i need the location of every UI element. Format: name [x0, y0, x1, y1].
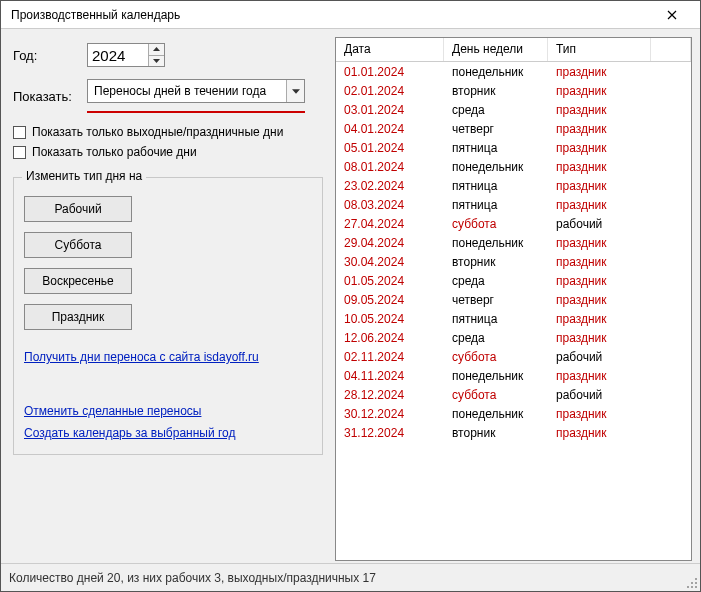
show-combobox[interactable]: Переносы дней в течении года	[87, 79, 305, 103]
th-day[interactable]: День недели	[444, 38, 548, 61]
table-row[interactable]: 04.11.2024понедельникпраздник	[336, 366, 691, 385]
table-row[interactable]: 01.01.2024понедельникпраздник	[336, 62, 691, 81]
change-day-type-group: Изменить тип дня на Рабочий Суббота Воск…	[13, 177, 323, 455]
table-panel: Дата День недели Тип 01.01.2024понедельн…	[335, 37, 692, 561]
table-row[interactable]: 23.02.2024пятницапраздник	[336, 176, 691, 195]
show-row: Показать: Переносы дней в течении года	[13, 79, 323, 113]
cell-type: рабочий	[548, 350, 691, 364]
show-combo-wrap: Переносы дней в течении года	[87, 79, 305, 113]
cell-day: суббота	[444, 217, 548, 231]
table-row[interactable]: 05.01.2024пятницапраздник	[336, 138, 691, 157]
group-legend: Изменить тип дня на	[22, 169, 146, 183]
resize-grip[interactable]	[684, 575, 698, 589]
cell-type: праздник	[548, 65, 691, 79]
cell-day: вторник	[444, 84, 548, 98]
cell-date: 09.05.2024	[336, 293, 444, 307]
th-date[interactable]: Дата	[336, 38, 444, 61]
cell-day: понедельник	[444, 407, 548, 421]
status-bar: Количество дней 20, из них рабочих 3, вы…	[1, 563, 700, 591]
cell-date: 29.04.2024	[336, 236, 444, 250]
cell-type: праздник	[548, 293, 691, 307]
cell-day: среда	[444, 274, 548, 288]
table-body[interactable]: 01.01.2024понедельникпраздник02.01.2024в…	[336, 62, 691, 560]
cell-date: 02.01.2024	[336, 84, 444, 98]
cell-type: праздник	[548, 198, 691, 212]
table-row[interactable]: 12.06.2024средапраздник	[336, 328, 691, 347]
cell-date: 08.01.2024	[336, 160, 444, 174]
cell-date: 12.06.2024	[336, 331, 444, 345]
table-row[interactable]: 02.01.2024вторникпраздник	[336, 81, 691, 100]
cell-date: 05.01.2024	[336, 141, 444, 155]
year-input[interactable]	[88, 44, 148, 66]
svg-point-5	[695, 586, 697, 588]
table-row[interactable]: 04.01.2024четвергпраздник	[336, 119, 691, 138]
table-row[interactable]: 03.01.2024средапраздник	[336, 100, 691, 119]
btn-sunday[interactable]: Воскресенье	[24, 268, 132, 294]
link-cancel-moves[interactable]: Отменить сделанные переносы	[24, 404, 201, 418]
cell-date: 31.12.2024	[336, 426, 444, 440]
year-spin-down[interactable]	[149, 56, 164, 67]
cell-type: праздник	[548, 84, 691, 98]
cell-day: понедельник	[444, 236, 548, 250]
cell-type: праздник	[548, 236, 691, 250]
table-row[interactable]: 30.12.2024понедельникпраздник	[336, 404, 691, 423]
cell-type: праздник	[548, 179, 691, 193]
cell-day: среда	[444, 331, 548, 345]
chevron-down-icon	[292, 89, 300, 94]
svg-point-4	[691, 586, 693, 588]
cell-type: рабочий	[548, 217, 691, 231]
cell-type: праздник	[548, 407, 691, 421]
combo-underline	[87, 111, 305, 113]
title-bar: Производственный календарь	[1, 1, 700, 29]
cell-type: праздник	[548, 103, 691, 117]
cell-day: суббота	[444, 388, 548, 402]
table-row[interactable]: 31.12.2024вторникпраздник	[336, 423, 691, 442]
table-row-empty	[336, 480, 691, 499]
link-isdayoff[interactable]: Получить дни переноса с сайта isdayoff.r…	[24, 350, 259, 364]
btn-holiday[interactable]: Праздник	[24, 304, 132, 330]
btn-workday[interactable]: Рабочий	[24, 196, 132, 222]
cell-day: вторник	[444, 255, 548, 269]
table-row-empty	[336, 518, 691, 537]
cell-date: 01.01.2024	[336, 65, 444, 79]
th-type[interactable]: Тип	[548, 38, 651, 61]
table-row[interactable]: 08.03.2024пятницапраздник	[336, 195, 691, 214]
table-row[interactable]: 27.04.2024субботарабочий	[336, 214, 691, 233]
cell-type: праздник	[548, 122, 691, 136]
checkbox-workdays-label: Показать только рабочие дни	[32, 145, 197, 159]
table-row[interactable]: 29.04.2024понедельникпраздник	[336, 233, 691, 252]
cell-day: четверг	[444, 122, 548, 136]
btn-saturday[interactable]: Суббота	[24, 232, 132, 258]
cell-date: 04.11.2024	[336, 369, 444, 383]
link-create-calendar[interactable]: Создать календарь за выбранный год	[24, 426, 236, 440]
year-spinner[interactable]	[87, 43, 165, 67]
content-area: Год: Показать: Переносы дней в течении г…	[1, 29, 700, 563]
svg-point-2	[695, 582, 697, 584]
table-row[interactable]: 10.05.2024пятницапраздник	[336, 309, 691, 328]
cell-type: праздник	[548, 141, 691, 155]
svg-point-0	[695, 578, 697, 580]
year-spin-up[interactable]	[149, 44, 164, 56]
cell-day: суббота	[444, 350, 548, 364]
cell-date: 10.05.2024	[336, 312, 444, 326]
close-button[interactable]	[652, 1, 692, 29]
table-row[interactable]: 02.11.2024субботарабочий	[336, 347, 691, 366]
show-combo-dropdown[interactable]	[286, 80, 304, 102]
cell-type: праздник	[548, 426, 691, 440]
checkbox-workdays-row: Показать только рабочие дни	[13, 145, 323, 159]
table-row-empty	[336, 499, 691, 518]
table-row[interactable]: 01.05.2024средапраздник	[336, 271, 691, 290]
chevron-up-icon	[153, 47, 160, 51]
table-row-empty	[336, 461, 691, 480]
checkbox-weekends[interactable]	[13, 126, 26, 139]
checkbox-workdays[interactable]	[13, 146, 26, 159]
cell-date: 30.12.2024	[336, 407, 444, 421]
cell-day: пятница	[444, 198, 548, 212]
cell-type: рабочий	[548, 388, 691, 402]
table-row[interactable]: 28.12.2024субботарабочий	[336, 385, 691, 404]
table-row[interactable]: 30.04.2024вторникпраздник	[336, 252, 691, 271]
cell-type: праздник	[548, 312, 691, 326]
table-row[interactable]: 08.01.2024понедельникпраздник	[336, 157, 691, 176]
cell-day: пятница	[444, 141, 548, 155]
table-row[interactable]: 09.05.2024четвергпраздник	[336, 290, 691, 309]
